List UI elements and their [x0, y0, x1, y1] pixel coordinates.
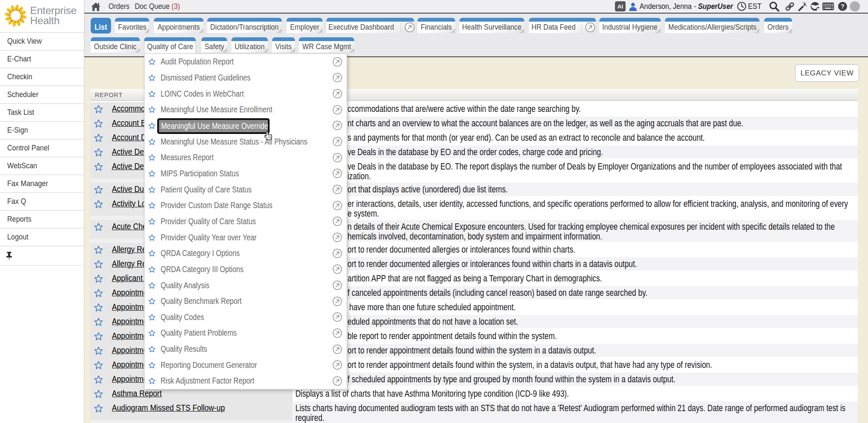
svg-text:?: ? — [840, 3, 844, 10]
